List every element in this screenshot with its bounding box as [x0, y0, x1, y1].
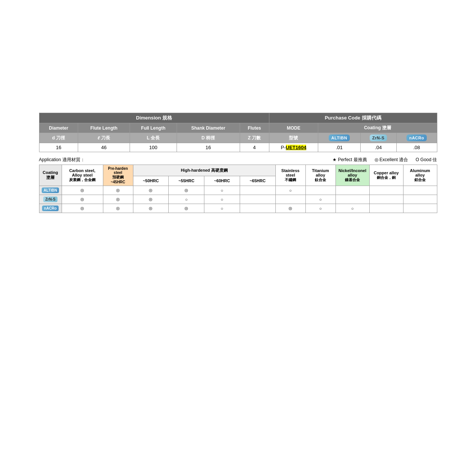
app-stainless-header: Stainless steel不鏽鋼: [275, 165, 305, 186]
app-nacro-copper: [369, 204, 403, 213]
app-zrns-hh60: ○: [204, 195, 240, 204]
dimension-purchase-table: Dimension 規格 Purchase Code 採購代碼 Diameter…: [39, 113, 437, 152]
app-altibn-aluminum: [403, 186, 437, 195]
app-row-nacro-coating: nACRo: [39, 204, 62, 213]
col-flutes-sub: Z 刀數: [240, 133, 269, 143]
app-nickel-header: Nickel/Inconelalloy鎳基合金: [335, 165, 369, 186]
app-nacro-carbon: ◎: [62, 204, 103, 213]
app-titanium-header: Titanium alloy鈦合金: [305, 165, 335, 186]
app-altibn-badge: ALTIBN: [42, 187, 59, 193]
app-legend: ★ Perfect 最推薦 ◎ Excellent 適合 O Good 佳: [332, 157, 437, 163]
app-zrns-hh55: ○: [169, 195, 204, 204]
col-full-length-sub: L 全長: [130, 133, 177, 143]
flute-length-icon: ℓ: [98, 135, 100, 141]
table-row: 16 46 100 16 4 P-UET1604 .01 .04 .08: [39, 143, 437, 152]
app-aluminum-header: Aluminum alloy鋁合金: [403, 165, 437, 186]
app-zrns-stainless: [275, 195, 305, 204]
val-nacro-price: .08: [396, 143, 437, 152]
legend-excellent: ◎ Excellent 適合: [375, 157, 408, 163]
main-container: Dimension 規格 Purchase Code 採購代碼 Diameter…: [39, 113, 437, 213]
app-altibn-copper: [369, 186, 403, 195]
app-altibn-hh65: [240, 186, 275, 195]
app-nacro-hh50: ◎: [133, 204, 169, 213]
col-full-length-label: Full Length: [130, 123, 177, 133]
app-altibn-carbon: ◎: [62, 186, 103, 195]
dimension-header: Dimension 規格: [39, 113, 269, 123]
app-altibn-nickel: [335, 186, 369, 195]
col-flute-length-label: Flute Length: [78, 123, 130, 133]
table-row: ALTIBN ◎ ◎ ◎ ◎ ○ ○: [39, 186, 437, 195]
application-table: Coating 塗層 Carbon steel,Alloy steel炭素鋼，合…: [39, 165, 437, 213]
purchase-code-highlight: UET1604: [286, 145, 307, 150]
app-zrns-hh50: ◎: [133, 195, 169, 204]
app-hh65-header: ~65HRC: [240, 176, 275, 186]
app-header-left: Application 適用材質：: [39, 157, 85, 163]
app-nacro-badge: nACRo: [42, 206, 59, 211]
val-altibn-price: .01: [318, 143, 360, 152]
app-hh50-header: ~50HRC: [133, 176, 169, 186]
val-diameter: 16: [39, 143, 78, 152]
app-zrns-hh65: [240, 195, 275, 204]
app-hh60-header: ~60HRC: [204, 176, 240, 186]
app-altibn-titanium: [305, 186, 335, 195]
col-mode-label: MODE: [269, 123, 318, 133]
col-altibn-badge: ALTIBN: [318, 133, 360, 143]
val-flute-length: 46: [78, 143, 130, 152]
altibn-badge: ALTIBN: [329, 134, 350, 141]
app-table-header-row: Coating 塗層 Carbon steel,Alloy steel炭素鋼，合…: [39, 165, 437, 176]
col-flutes-label: Flutes: [240, 123, 269, 133]
app-zrns-nickel: [335, 195, 369, 204]
app-nacro-hh65: [240, 204, 275, 213]
app-zrns-titanium: ○: [305, 195, 335, 204]
app-zrns-copper: [369, 195, 403, 204]
app-row-zrns-coating: ZrN-S: [39, 195, 62, 204]
app-coating-header: Coating 塗層: [39, 165, 62, 186]
app-altibn-stainless: ○: [275, 186, 305, 195]
app-highhardened-header: High-hardened 高硬度鋼: [133, 165, 275, 176]
app-preharden-header: Pre-harden steel預硬鋼~45HRC: [103, 165, 133, 186]
legend-good: O Good 佳: [416, 157, 437, 163]
val-purchase-code: P-UET1604: [269, 143, 318, 152]
app-copper-header: Copper alloy銅合金，銅: [369, 165, 403, 186]
app-row-altibn-coating: ALTIBN: [39, 186, 62, 195]
app-hh55-header: ~55HRC: [169, 176, 204, 186]
val-zrns-price: .04: [360, 143, 396, 152]
col-shank-diameter-label: Shank Diameter: [177, 123, 240, 133]
val-full-length: 100: [130, 143, 177, 152]
zrns-badge: ZrN-S: [370, 134, 387, 141]
app-nacro-stainless: ◎: [275, 204, 305, 213]
nacro-badge: nACRo: [406, 134, 427, 141]
legend-perfect: ★ Perfect 最推薦: [332, 157, 367, 163]
app-nacro-aluminum: [403, 204, 437, 213]
table-row: nACRo ◎ ◎ ◎ ◎ ○ ◎ ○ ○: [39, 204, 437, 213]
app-nacro-nickel: ○: [335, 204, 369, 213]
table-row: ZrN-S ◎ ◎ ◎ ○ ○ ○: [39, 195, 437, 204]
app-altibn-preharden: ◎: [103, 186, 133, 195]
app-zrns-aluminum: [403, 195, 437, 204]
val-flutes: 4: [240, 143, 269, 152]
app-zrns-badge: ZrN-S: [43, 196, 57, 202]
app-altibn-hh60: ○: [204, 186, 240, 195]
col-diameter-sub: d 刀徑: [39, 133, 78, 143]
col-nacro-badge: nACRo: [396, 133, 437, 143]
app-nacro-titanium: ○: [305, 204, 335, 213]
app-altibn-hh50: ◎: [133, 186, 169, 195]
app-zrns-preharden: ◎: [103, 195, 133, 204]
col-diameter-label: Diameter: [39, 123, 78, 133]
app-altibn-hh55: ◎: [169, 186, 204, 195]
col-flute-length-sub: ℓ 刀長: [78, 133, 130, 143]
val-shank-diameter: 16: [177, 143, 240, 152]
app-nacro-hh55: ◎: [169, 204, 204, 213]
col-mode-sub: 型號: [269, 133, 318, 143]
col-coating-label: Coating 塗層: [318, 123, 437, 133]
app-zrns-carbon: ◎: [62, 195, 103, 204]
col-zrns-badge: ZrN-S: [360, 133, 396, 143]
app-nacro-preharden: ◎: [103, 204, 133, 213]
app-carbon-header: Carbon steel,Alloy steel炭素鋼，合金鋼: [62, 165, 103, 186]
col-shank-diameter-sub: D 柄徑: [177, 133, 240, 143]
application-section: Application 適用材質： ★ Perfect 最推薦 ◎ Excell…: [39, 157, 437, 213]
app-header: Application 適用材質： ★ Perfect 最推薦 ◎ Excell…: [39, 157, 437, 163]
app-nacro-hh60: ○: [204, 204, 240, 213]
purchase-header: Purchase Code 採購代碼: [269, 113, 437, 123]
